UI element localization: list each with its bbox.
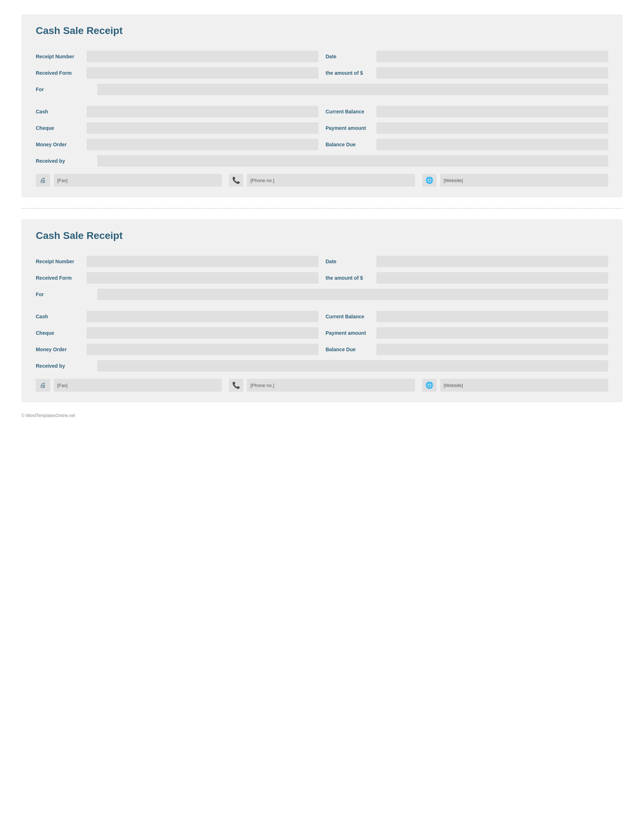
money-order-label-2: Money Order [36,347,82,352]
cheque-payment-row-2: Cheque Payment amount [36,327,608,339]
receipt-number-group-2: Receipt Number [36,256,319,267]
cheque-group-1: Cheque [36,122,319,134]
received-form-input-2[interactable] [87,272,319,284]
received-by-row-2: Received by [36,360,608,371]
current-balance-label-1: Current Balance [325,109,372,114]
money-order-label-1: Money Order [36,142,82,147]
balance-due-input-2[interactable] [377,344,608,355]
cash-balance-row-2: Cash Current Balance [36,311,608,322]
amount-label-1: the amount of $ [325,70,372,76]
website-icon-1: 🌐 [422,174,436,187]
received-form-amount-row-1: Received Form the amount of $ [36,67,608,79]
payment-amount-group-2: Payment amount [325,327,608,339]
receipt-section-2: Cash Sale Receipt Receipt Number Date Re… [21,219,623,402]
fax-item-1: 🖨 [Fax] [36,174,222,187]
received-form-label-2: Received Form [36,275,82,281]
cheque-label-2: Cheque [36,330,82,336]
date-group-1: Date [325,51,608,62]
phone-item-2: 📞 [Phone no.] [229,379,415,392]
footer-row-2: 🖨 [Fax] 📞 [Phone no.] 🌐 [Website] [36,379,608,392]
money-order-group-2: Money Order [36,344,319,355]
receipt-number-label-2: Receipt Number [36,259,82,264]
cash-label-2: Cash [36,314,82,319]
received-by-row-1: Received by [36,155,608,167]
received-by-input-1[interactable] [97,155,608,167]
cash-label-1: Cash [36,109,82,114]
payment-amount-input-2[interactable] [377,327,608,339]
footer-row-1: 🖨 [Fax] 📞 [Phone no.] 🌐 [Website] [36,174,608,187]
amount-label-2: the amount of $ [325,275,372,281]
phone-input-2[interactable]: [Phone no.] [247,379,415,392]
current-balance-input-1[interactable] [377,106,608,117]
money-order-balance-row-1: Money Order Balance Due [36,139,608,150]
phone-item-1: 📞 [Phone no.] [229,174,415,187]
payment-amount-label-2: Payment amount [325,330,372,336]
money-order-group-1: Money Order [36,139,319,150]
amount-input-1[interactable] [377,67,608,79]
receipt-section-1: Cash Sale Receipt Receipt Number Date Re… [21,14,623,198]
for-row-2: For [36,289,608,300]
cash-input-2[interactable] [87,311,319,322]
payment-amount-input-1[interactable] [377,122,608,134]
receipt-number-group-1: Receipt Number [36,51,319,62]
received-form-group-1: Received Form [36,67,319,79]
cheque-input-1[interactable] [87,122,319,134]
page-footer: © WordTemplatesOnline.net [21,413,623,418]
cash-input-1[interactable] [87,106,319,117]
balance-due-group-2: Balance Due [325,344,608,355]
phone-icon-2: 📞 [229,379,243,392]
balance-due-label-2: Balance Due [325,347,372,352]
website-input-2[interactable]: [Website] [440,379,608,392]
amount-group-1: the amount of $ [325,67,608,79]
current-balance-group-2: Current Balance [325,311,608,322]
receipt-title-1: Cash Sale Receipt [36,25,608,37]
receipt-title-2: Cash Sale Receipt [36,230,608,241]
date-input-2[interactable] [377,256,608,267]
money-order-balance-row-2: Money Order Balance Due [36,344,608,355]
receipt-number-input-1[interactable] [87,51,319,62]
fax-input-1[interactable]: [Fax] [54,174,222,187]
received-form-group-2: Received Form [36,272,319,284]
received-by-input-2[interactable] [97,360,608,371]
website-item-1: 🌐 [Website] [422,174,608,187]
received-by-label-2: Received by [36,363,93,369]
fax-input-2[interactable]: [Fax] [54,379,222,392]
for-label-1: For [36,87,93,92]
receipt-number-date-row-1: Receipt Number Date [36,51,608,62]
date-input-1[interactable] [377,51,608,62]
money-order-input-1[interactable] [87,139,319,150]
cash-balance-row-1: Cash Current Balance [36,106,608,117]
receipt-number-date-row-2: Receipt Number Date [36,256,608,267]
cheque-input-2[interactable] [87,327,319,339]
amount-group-2: the amount of $ [325,272,608,284]
fax-icon-1: 🖨 [36,174,50,187]
balance-due-input-1[interactable] [377,139,608,150]
for-label-2: For [36,291,93,297]
cheque-payment-row-1: Cheque Payment amount [36,122,608,134]
cheque-group-2: Cheque [36,327,319,339]
website-item-2: 🌐 [Website] [422,379,608,392]
received-form-label-1: Received Form [36,70,82,76]
receipt-number-label-1: Receipt Number [36,54,82,60]
website-input-1[interactable]: [Website] [440,174,608,187]
for-input-2[interactable] [97,289,608,300]
current-balance-input-2[interactable] [377,311,608,322]
website-icon-2: 🌐 [422,379,436,392]
money-order-input-2[interactable] [87,344,319,355]
current-balance-label-2: Current Balance [325,314,372,319]
phone-input-1[interactable]: [Phone no.] [247,174,415,187]
cheque-label-1: Cheque [36,125,82,131]
received-form-input-1[interactable] [87,67,319,79]
for-input-1[interactable] [97,84,608,95]
date-label-2: Date [325,259,372,264]
received-by-label-1: Received by [36,158,93,164]
date-label-1: Date [325,54,372,60]
balance-due-group-1: Balance Due [325,139,608,150]
for-row-1: For [36,84,608,95]
payment-amount-label-1: Payment amount [325,125,372,131]
amount-input-2[interactable] [377,272,608,284]
fax-icon-2: 🖨 [36,379,50,392]
receipt-number-input-2[interactable] [87,256,319,267]
received-form-amount-row-2: Received Form the amount of $ [36,272,608,284]
current-balance-group-1: Current Balance [325,106,608,117]
